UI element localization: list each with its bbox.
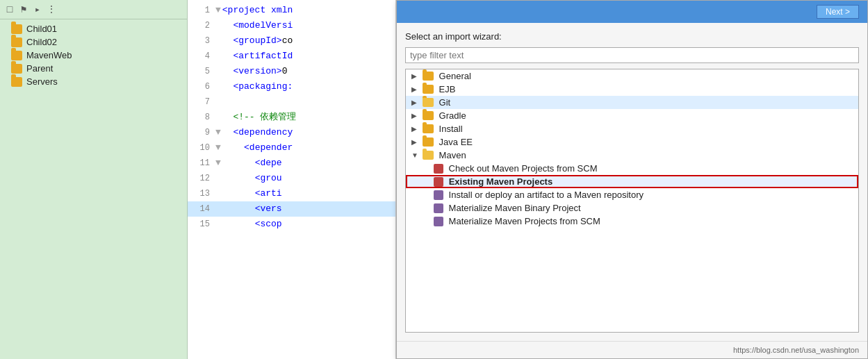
tree-item-javaee[interactable]: ▶ Java EE xyxy=(406,135,858,149)
tree-item-label: Gradle xyxy=(436,110,466,121)
code-editor: 1 ▼ <project xmln 2 <modelVersi 3 <group… xyxy=(188,0,396,359)
folder-icon xyxy=(11,77,22,87)
more-icon[interactable]: ⋮ xyxy=(46,4,57,15)
expand-icon: ▼ xyxy=(411,151,420,159)
tree-item-materialize-from-scm[interactable]: Materialize Maven Projects from SCM xyxy=(406,215,858,228)
sidebar-item-list: Child01 Child02 MavenWeb Parent Servers xyxy=(0,19,187,359)
maven-item-icon xyxy=(434,164,443,174)
tree-item-install-deploy-maven[interactable]: Install or deploy an artifact to a Maven… xyxy=(406,188,858,201)
expand-icon: ▶ xyxy=(411,85,420,93)
folder-icon xyxy=(11,51,22,60)
tree-item-label: Git xyxy=(436,97,450,108)
code-line-13: 13 <arti xyxy=(188,186,395,201)
code-line-14: 14 <vers xyxy=(188,201,395,217)
code-line-6: 6 <packaging: xyxy=(188,79,395,94)
code-line-12: 12 <grou xyxy=(188,171,395,186)
tree-item-label: Install xyxy=(436,124,463,134)
folder-icon xyxy=(423,137,434,147)
fold-indicator[interactable]: ▼ xyxy=(215,3,221,18)
bookmark-icon[interactable]: ⚑ xyxy=(18,4,29,15)
sidebar-item-child01[interactable]: Child01 xyxy=(0,22,187,35)
next-button[interactable]: Next > xyxy=(817,5,859,19)
code-text: <dependency xyxy=(222,125,293,140)
sidebar-item-label: Child02 xyxy=(26,37,57,47)
copy-icon[interactable]: □ xyxy=(4,4,15,15)
folder-icon xyxy=(11,64,22,74)
code-line-7: 7 xyxy=(188,94,395,110)
folder-icon xyxy=(423,111,434,120)
fold-indicator xyxy=(215,79,221,94)
folder-icon xyxy=(423,124,434,133)
tree-item-git[interactable]: ▶ Git xyxy=(406,96,858,109)
expand-icon: ▶ xyxy=(411,112,420,119)
tree-item-label: Install or deploy an artifact to a Maven… xyxy=(446,190,644,200)
editor-content: 1 ▼ <project xmln 2 <modelVersi 3 <group… xyxy=(188,0,395,235)
fold-indicator xyxy=(215,94,221,110)
tree-item-label: Materialize Maven Binary Project xyxy=(446,203,581,213)
line-number: 15 xyxy=(190,217,210,232)
folder-icon xyxy=(11,37,22,47)
tree-item-label: Materialize Maven Projects from SCM xyxy=(446,216,600,226)
code-text: <!-- 依赖管理 xyxy=(222,110,297,125)
dialog-footer: https://blog.csdn.net/usa_washington xyxy=(397,341,867,358)
dialog-overlay: Next > Select an import wizard: ▶ Genera… xyxy=(396,0,868,359)
fold-indicator xyxy=(215,217,221,232)
tree-item-maven[interactable]: ▼ Maven xyxy=(406,149,858,162)
sidebar-item-servers[interactable]: Servers xyxy=(0,75,187,88)
code-text: <arti xyxy=(222,186,282,201)
sidebar-item-label: MavenWeb xyxy=(26,50,72,60)
tree-item-gradle[interactable]: ▶ Gradle xyxy=(406,109,858,122)
fold-indicator[interactable]: ▼ xyxy=(215,125,221,140)
code-text: <version>0 xyxy=(222,64,288,79)
sidebar-item-child02[interactable]: Child02 xyxy=(0,35,187,49)
code-line-8: 8 <!-- 依赖管理 xyxy=(188,110,395,125)
tree-item-label: EJB xyxy=(436,84,455,94)
code-text: <depender xyxy=(222,140,293,156)
import-dialog: Next > Select an import wizard: ▶ Genera… xyxy=(396,0,868,359)
code-line-2: 2 <modelVersi xyxy=(188,18,395,33)
tree-item-materialize-binary[interactable]: Materialize Maven Binary Project xyxy=(406,201,858,215)
line-number: 2 xyxy=(190,18,210,33)
sidebar-toolbar: □ ⚑ ▸ ⋮ xyxy=(0,0,187,19)
code-line-9: 9 ▼ <dependency xyxy=(188,125,395,140)
fold-indicator[interactable]: ▼ xyxy=(215,156,221,171)
tree-item-general[interactable]: ▶ General xyxy=(406,69,858,83)
sidebar-item-parent[interactable]: Parent xyxy=(0,62,187,75)
expand-icon: ▶ xyxy=(411,99,420,106)
tree-item-install[interactable]: ▶ Install xyxy=(406,122,858,135)
code-line-3: 3 <groupId>co xyxy=(188,33,395,49)
sidebar-item-mavenweb[interactable]: MavenWeb xyxy=(0,49,187,62)
tree-item-ejb[interactable]: ▶ EJB xyxy=(406,83,858,96)
fold-indicator xyxy=(215,64,221,79)
code-line-15: 15 <scop xyxy=(188,217,395,232)
sidebar: □ ⚑ ▸ ⋮ Child01 Child02 MavenWeb Parent … xyxy=(0,0,188,359)
code-line-10: 10 ▼ <depender xyxy=(188,140,395,156)
maven-item-icon xyxy=(434,190,443,200)
dialog-header: Next > xyxy=(397,1,867,23)
sidebar-item-label: Child01 xyxy=(26,24,57,34)
tree-item-label: Check out Maven Projects from SCM xyxy=(446,163,597,174)
expand-icon: ▶ xyxy=(411,138,420,146)
fold-indicator xyxy=(215,18,221,33)
folder-icon xyxy=(423,98,434,107)
tree-item-existing-maven[interactable]: Existing Maven Projects xyxy=(406,175,858,188)
code-line-4: 4 <artifactId xyxy=(188,49,395,64)
fold-indicator[interactable]: ▼ xyxy=(215,140,221,156)
code-line-11: 11 ▼ <depe xyxy=(188,156,395,171)
line-number: 7 xyxy=(190,94,210,110)
code-text: <depe xyxy=(222,156,282,171)
code-text: <project xmln xyxy=(222,3,293,18)
wizard-tree: ▶ General ▶ EJB ▶ Git ▶ xyxy=(405,69,859,333)
filter-icon[interactable]: ▸ xyxy=(32,4,43,15)
filter-input[interactable] xyxy=(405,47,859,63)
code-line-5: 5 <version>0 xyxy=(188,64,395,79)
tree-item-checkout-maven[interactable]: Check out Maven Projects from SCM xyxy=(406,162,858,175)
dialog-body: Select an import wizard: ▶ General ▶ EJB xyxy=(397,23,867,341)
fold-indicator xyxy=(215,49,221,64)
line-number: 10 xyxy=(190,140,210,156)
folder-icon xyxy=(11,24,22,34)
tree-item-label: Existing Maven Projects xyxy=(446,176,552,187)
line-number: 14 xyxy=(190,201,210,217)
fold-indicator xyxy=(215,110,221,125)
expand-icon: ▶ xyxy=(411,125,420,133)
